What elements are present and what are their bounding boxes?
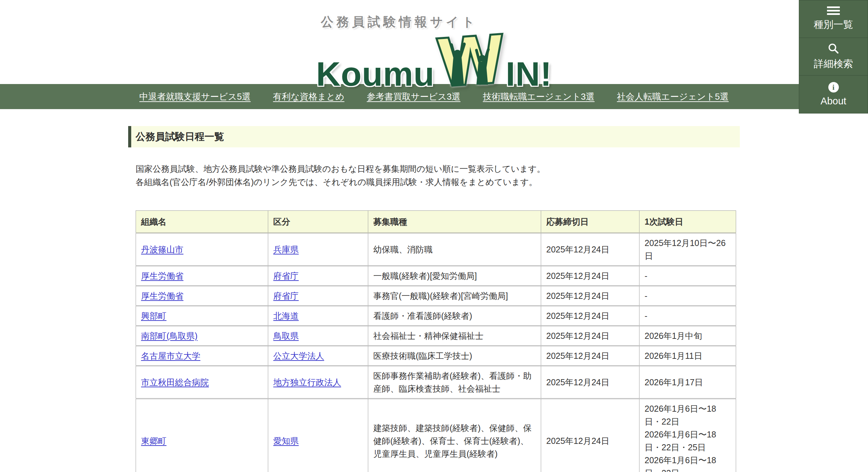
org-cell: 興部町 xyxy=(136,306,268,326)
nav-link-dropout-support[interactable]: 中退者就職支援サービス5選 xyxy=(139,91,251,103)
menu-icon xyxy=(827,6,840,15)
org-link[interactable]: 厚生労働省 xyxy=(141,271,183,281)
column-header-category: 区分 xyxy=(268,211,368,233)
category-link[interactable]: 北海道 xyxy=(273,311,299,321)
column-header-positions: 募集職種 xyxy=(368,211,541,233)
search-icon xyxy=(828,43,839,54)
category-cell: 府省庁 xyxy=(268,266,368,286)
table-row: 厚生労働省 府省庁 一般職(経験者)[愛知労働局] 2025年12月24日 - xyxy=(136,266,736,286)
positions-cell: 医療技術職(臨床工学技士) xyxy=(368,346,541,366)
column-header-first-exam: 1次試験日 xyxy=(639,211,736,233)
table-row: 興部町 北海道 看護師・准看護師(経験者) 2025年12月24日 - xyxy=(136,306,736,326)
column-header-deadline: 応募締切日 xyxy=(541,211,639,233)
org-link[interactable]: 厚生労働省 xyxy=(141,291,183,301)
org-cell: 市立秋田総合病院 xyxy=(136,366,268,399)
org-cell: 丹波篠山市 xyxy=(136,233,268,266)
org-link[interactable]: 丹波篠山市 xyxy=(141,245,183,254)
exam-date-cell: - xyxy=(639,266,736,286)
sidebar-item-category-list[interactable]: 種別一覧 xyxy=(799,0,868,38)
exam-date-cell: 2026年1月17日 xyxy=(639,366,736,399)
intro-text: 国家公務員試験、地方公務員試験や準公務員試験のおもな日程を募集期間の短い順に一覧… xyxy=(136,162,740,189)
table-row: 丹波篠山市 兵庫県 幼保職、消防職 2025年12月24日 2025年12月10… xyxy=(136,233,736,266)
exam-date-line: 2026年1月6日〜18日・22日 xyxy=(645,402,731,428)
category-link[interactable]: 府省庁 xyxy=(273,291,299,301)
deadline-cell: 2025年12月24日 xyxy=(541,399,639,472)
exam-date-cell: 2026年1月11日 xyxy=(639,346,736,366)
sidebar-item-about[interactable]: i About xyxy=(799,76,868,113)
org-cell: 厚生労働省 xyxy=(136,286,268,306)
org-cell: 厚生労働省 xyxy=(136,266,268,286)
org-link[interactable]: 南部町(鳥取県) xyxy=(141,331,198,341)
info-icon: i xyxy=(828,82,839,93)
category-link[interactable]: 鳥取県 xyxy=(273,331,299,341)
sidebar-item-label: 種別一覧 xyxy=(814,18,853,32)
category-link[interactable]: 府省庁 xyxy=(273,271,299,281)
category-cell: 愛知県 xyxy=(268,399,368,472)
sidebar-item-label: About xyxy=(821,96,846,107)
deadline-cell: 2025年12月24日 xyxy=(541,266,639,286)
deadline-cell: 2025年12月24日 xyxy=(541,326,639,346)
site-logo[interactable]: 公務員試験情報サイト Koumu W IN! xyxy=(316,14,552,91)
sidebar-item-label: 詳細検索 xyxy=(814,57,853,71)
exam-date-cell: 2026年1月中旬 xyxy=(639,326,736,346)
exam-schedule-table: 組織名 区分 募集職種 応募締切日 1次試験日 丹波篠山市 兵庫県 幼保職、消防… xyxy=(136,210,736,472)
logo-w-graphic: W xyxy=(435,30,507,91)
logo-tagline: 公務員試験情報サイト xyxy=(321,14,478,30)
table-row: 名古屋市立大学 公立大学法人 医療技術職(臨床工学技士) 2025年12月24日… xyxy=(136,346,736,366)
intro-line-1: 国家公務員試験、地方公務員試験や準公務員試験のおもな日程を募集期間の短い順に一覧… xyxy=(136,162,740,176)
deadline-cell: 2025年12月24日 xyxy=(541,366,639,399)
category-cell: 公立大学法人 xyxy=(268,346,368,366)
logo-text-koumu: Koumu xyxy=(316,57,434,91)
exam-date-line: 2026年1月6日〜18日・22日・25日 xyxy=(645,428,731,454)
positions-cell: 医師事務作業補助者(経験者)、看護師・助産師、臨床検査技師、社会福祉士 xyxy=(368,366,541,399)
deadline-cell: 2025年12月24日 xyxy=(541,306,639,326)
positions-cell: 一般職(経験者)[愛知労働局] xyxy=(368,266,541,286)
category-link[interactable]: 地方独立行政法人 xyxy=(273,377,341,387)
logo-text-in: IN! xyxy=(506,57,552,91)
org-link[interactable]: 名古屋市立大学 xyxy=(141,351,200,361)
exam-date-cell: 2025年12月10日〜26日 xyxy=(639,233,736,266)
category-cell: 府省庁 xyxy=(268,286,368,306)
category-cell: 鳥取県 xyxy=(268,326,368,346)
site-header: 公務員試験情報サイト Koumu W IN! xyxy=(0,0,868,84)
exam-date-cell: - xyxy=(639,286,736,306)
org-cell: 東郷町 xyxy=(136,399,268,472)
exam-date-line: 2026年1月6日〜18日・23日 xyxy=(645,454,731,472)
column-header-organization: 組織名 xyxy=(136,211,268,233)
org-link[interactable]: 市立秋田総合病院 xyxy=(141,377,209,387)
intro-line-2: 各組織名(官公庁名/外郭団体名)のリンク先では、それぞれの職員採用試験・求人情報… xyxy=(136,176,740,189)
page-title: 公務員試験日程一覧 xyxy=(136,130,224,144)
deadline-cell: 2025年12月24日 xyxy=(541,286,639,306)
positions-cell: 事務官(一般職)(経験者)[宮崎労働局] xyxy=(368,286,541,306)
org-link[interactable]: 興部町 xyxy=(141,311,166,321)
page-title-bar: 公務員試験日程一覧 xyxy=(128,126,740,147)
category-link[interactable]: 兵庫県 xyxy=(273,245,299,254)
org-cell: 名古屋市立大学 xyxy=(136,346,268,366)
positions-cell: 幼保職、消防職 xyxy=(368,233,541,266)
table-row: 厚生労働省 府省庁 事務官(一般職)(経験者)[宮崎労働局] 2025年12月2… xyxy=(136,286,736,306)
category-cell: 北海道 xyxy=(268,306,368,326)
table-row: 南部町(鳥取県) 鳥取県 社会福祉士・精神保健福祉士 2025年12月24日 2… xyxy=(136,326,736,346)
table-row: 東郷町 愛知県 建築技師、建築技師(経験者)、保健師、保健師(経験者)、保育士、… xyxy=(136,399,736,472)
sidebar-item-detail-search[interactable]: 詳細検索 xyxy=(799,38,868,76)
positions-cell: 看護師・准看護師(経験者) xyxy=(368,306,541,326)
positions-cell: 社会福祉士・精神保健福祉士 xyxy=(368,326,541,346)
side-menu: 種別一覧 詳細検索 i About xyxy=(799,0,868,114)
exam-date-cell: - xyxy=(639,306,736,326)
deadline-cell: 2025年12月24日 xyxy=(541,346,639,366)
table-header-row: 組織名 区分 募集職種 応募締切日 1次試験日 xyxy=(136,211,736,233)
svg-text:W: W xyxy=(437,30,506,89)
category-link[interactable]: 愛知県 xyxy=(273,436,299,446)
category-cell: 兵庫県 xyxy=(268,233,368,266)
positions-cell: 建築技師、建築技師(経験者)、保健師、保健師(経験者)、保育士、保育士(経験者)… xyxy=(368,399,541,472)
nav-link-adult-job-agents[interactable]: 社会人転職エージェント5選 xyxy=(617,91,729,103)
org-link[interactable]: 東郷町 xyxy=(141,436,166,446)
category-cell: 地方独立行政法人 xyxy=(268,366,368,399)
category-link[interactable]: 公立大学法人 xyxy=(273,351,324,361)
deadline-cell: 2025年12月24日 xyxy=(541,233,639,266)
main-content: 公務員試験日程一覧 国家公務員試験、地方公務員試験や準公務員試験のおもな日程を募… xyxy=(128,126,740,472)
table-row: 市立秋田総合病院 地方独立行政法人 医師事務作業補助者(経験者)、看護師・助産師… xyxy=(136,366,736,399)
org-cell: 南部町(鳥取県) xyxy=(136,326,268,346)
exam-date-cell: 2026年1月6日〜18日・22日 2026年1月6日〜18日・22日・25日 … xyxy=(639,399,736,472)
